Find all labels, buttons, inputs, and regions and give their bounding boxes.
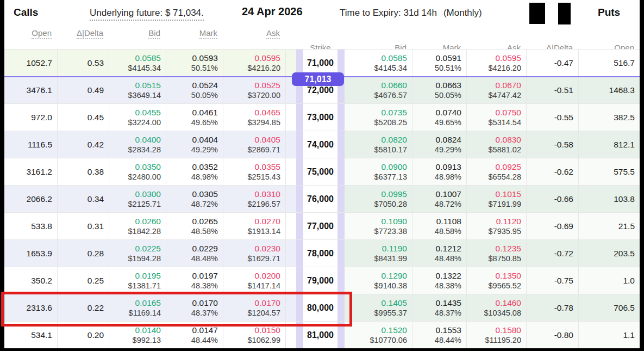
strike-cell[interactable]: 79,000 — [303, 267, 337, 294]
put-bid-cell[interactable]: 0.0585$4145.34 — [345, 50, 412, 76]
put-open-cell: 203.5 — [578, 240, 640, 267]
strike-strip-right — [337, 104, 345, 131]
put-open-cell: 516.7 — [578, 50, 640, 76]
strike-cell[interactable]: 81,000 — [303, 322, 337, 348]
strike-strip-left — [296, 213, 303, 239]
put-ask-cell[interactable]: 0.0830$5881.02 — [466, 131, 526, 158]
put-bid-cell[interactable]: 0.0660$4676.57 — [345, 77, 412, 103]
put-mark-cell[interactable]: 0.121248.48% — [412, 240, 466, 267]
table-row: 350.20.250.0195$1381.710.019748.38%0.020… — [4, 267, 640, 294]
col-header-calls-delta[interactable]: Δ|Delta — [57, 28, 109, 43]
strike-cell[interactable]: 73,000 — [303, 104, 337, 131]
put-ask-cell[interactable]: 0.0925$6554.28 — [466, 158, 526, 185]
put-bid-cell[interactable]: 0.1290$9140.38 — [345, 267, 412, 294]
put-mark-cell[interactable]: 0.110848.58% — [412, 213, 466, 239]
strike-cell[interactable]: 78,000 — [303, 240, 337, 267]
put-bid-cell[interactable]: 0.0820$5810.17 — [345, 131, 412, 158]
strike-cell[interactable]: 80,000 — [303, 294, 337, 321]
toolbar-icon-1[interactable] — [529, 3, 545, 24]
put-bid-cell[interactable]: 0.1405$9955.37 — [345, 294, 412, 321]
call-bid-cell[interactable]: 0.0225$1594.28 — [109, 240, 166, 267]
call-open-cell: 1052.7 — [4, 50, 57, 76]
call-ask-cell[interactable]: 0.0270$1913.14 — [223, 213, 285, 239]
toolbar-icon-2[interactable] — [558, 3, 571, 24]
put-mark-cell[interactable]: 0.066350.05% — [412, 77, 466, 103]
put-mark-cell[interactable]: 0.100748.72% — [412, 186, 466, 212]
put-delta-cell: -0.66 — [526, 186, 578, 212]
call-delta-cell: 0.25 — [57, 267, 109, 294]
call-mark-cell[interactable]: 0.017048.37% — [166, 294, 223, 321]
call-ask-cell[interactable]: 0.0355$2515.43 — [223, 158, 285, 185]
call-ask-cell[interactable]: 0.0150$1062.99 — [223, 322, 285, 348]
strike-cell[interactable]: 76,000 — [303, 186, 337, 212]
col-header-calls-mark[interactable]: Mark — [166, 28, 223, 43]
time-to-expiry-label: Time to Expiry: 31d 14h(Monthly) — [340, 8, 482, 19]
call-mark-cell[interactable]: 0.019748.38% — [166, 267, 223, 294]
call-bid-cell[interactable]: 0.0140$992.13 — [109, 322, 166, 348]
put-bid-cell[interactable]: 0.1520$10770.06 — [345, 322, 412, 348]
put-ask-cell[interactable]: 0.1460$10345.08 — [466, 294, 526, 321]
put-ask-cell[interactable]: 0.1120$7935.95 — [466, 213, 526, 239]
put-open-cell: 812.1 — [578, 131, 640, 158]
call-ask-cell[interactable]: 0.0230$1629.71 — [223, 240, 285, 267]
put-open-cell: 706.5 — [578, 294, 640, 321]
options-chain-window: Calls Underlying future: $ 71,034. 24 Ap… — [0, 0, 644, 351]
col-header-calls-open[interactable]: Open — [4, 28, 57, 43]
call-mark-cell[interactable]: 0.040449.29% — [166, 131, 223, 158]
put-ask-cell[interactable]: 0.1580$11195.20 — [466, 322, 526, 348]
call-ask-cell[interactable]: 0.0310$2196.57 — [223, 186, 285, 212]
put-ask-cell[interactable]: 0.1350$9565.52 — [466, 267, 526, 294]
put-ask-cell[interactable]: 0.1015$7191.99 — [466, 186, 526, 212]
put-mark-cell[interactable]: 0.132248.38% — [412, 267, 466, 294]
col-header-calls-ask[interactable]: Ask — [223, 28, 285, 43]
put-bid-cell[interactable]: 0.0900$6377.13 — [345, 158, 412, 185]
put-mark-cell[interactable]: 0.082449.29% — [412, 131, 466, 158]
put-ask-cell[interactable]: 0.0750$5314.54 — [466, 104, 526, 131]
call-mark-cell[interactable]: 0.035248.98% — [166, 158, 223, 185]
call-bid-cell[interactable]: 0.0165$1169.14 — [109, 294, 166, 321]
put-mark-cell[interactable]: 0.155348.44% — [412, 322, 466, 348]
strike-cell[interactable]: 75,000 — [303, 158, 337, 185]
call-ask-cell[interactable]: 0.0465$3294.85 — [223, 104, 285, 131]
call-bid-cell[interactable]: 0.0455$3224.00 — [109, 104, 166, 131]
call-ask-cell[interactable]: 0.0200$1417.14 — [223, 267, 285, 294]
table-row: 1653.90.280.0225$1594.280.022948.48%0.02… — [4, 239, 640, 267]
call-bid-cell[interactable]: 0.0585$4145.34 — [109, 50, 166, 76]
col-header-calls-bid[interactable]: Bid — [109, 28, 166, 43]
call-bid-cell[interactable]: 0.0515$3649.14 — [109, 77, 166, 103]
put-mark-cell[interactable]: 0.059150.51% — [412, 50, 466, 76]
call-mark-cell[interactable]: 0.030548.72% — [166, 186, 223, 212]
call-mark-cell[interactable]: 0.022948.48% — [166, 240, 223, 267]
call-delta-cell: 0.34 — [57, 186, 109, 212]
call-bid-cell[interactable]: 0.0260$1842.28 — [109, 213, 166, 239]
call-bid-cell[interactable]: 0.0300$2125.71 — [109, 186, 166, 212]
call-mark-cell[interactable]: 0.052450.05% — [166, 77, 223, 103]
expiry-date-label[interactable]: 24 Apr 2026 — [242, 5, 303, 18]
call-bid-cell[interactable]: 0.0195$1381.71 — [109, 267, 166, 294]
put-ask-cell[interactable]: 0.1235$8750.85 — [466, 240, 526, 267]
call-mark-cell[interactable]: 0.059350.51% — [166, 50, 223, 76]
put-ask-cell[interactable]: 0.0670$4747.42 — [466, 77, 526, 103]
strike-cell[interactable]: 74,000 — [303, 131, 337, 158]
call-ask-cell[interactable]: 0.0595$4216.20 — [223, 50, 285, 76]
put-mark-cell[interactable]: 0.074049.65% — [412, 104, 466, 131]
call-ask-cell[interactable]: 0.0170$1204.57 — [223, 294, 285, 321]
column-header-row: Open Δ|Delta Bid Mark Ask Strike Bid Mar… — [4, 28, 640, 49]
put-bid-cell[interactable]: 0.0735$5208.25 — [345, 104, 412, 131]
put-mark-cell[interactable]: 0.091348.98% — [412, 158, 466, 185]
call-mark-cell[interactable]: 0.026548.58% — [166, 213, 223, 239]
call-mark-cell[interactable]: 0.046149.65% — [166, 104, 223, 131]
strike-cell[interactable]: 77,000 — [303, 213, 337, 239]
put-ask-cell[interactable]: 0.0595$4216.20 — [466, 50, 526, 76]
call-ask-cell[interactable]: 0.0405$2869.71 — [223, 131, 285, 158]
call-bid-cell[interactable]: 0.0350$2480.00 — [109, 158, 166, 185]
strike-strip-left — [296, 131, 303, 158]
call-mark-cell[interactable]: 0.014748.44% — [166, 322, 223, 348]
call-bid-cell[interactable]: 0.0400$2834.28 — [109, 131, 166, 158]
call-ask-cell[interactable]: 0.0525$3720.00 — [223, 77, 285, 103]
put-bid-cell[interactable]: 0.1190$8431.99 — [345, 240, 412, 267]
put-bid-cell[interactable]: 0.1090$7723.38 — [345, 213, 412, 239]
put-mark-cell[interactable]: 0.143548.37% — [412, 294, 466, 321]
underlying-future-value[interactable]: Underlying future: $ 71,034. — [90, 8, 204, 21]
put-bid-cell[interactable]: 0.0995$7050.28 — [345, 186, 412, 212]
